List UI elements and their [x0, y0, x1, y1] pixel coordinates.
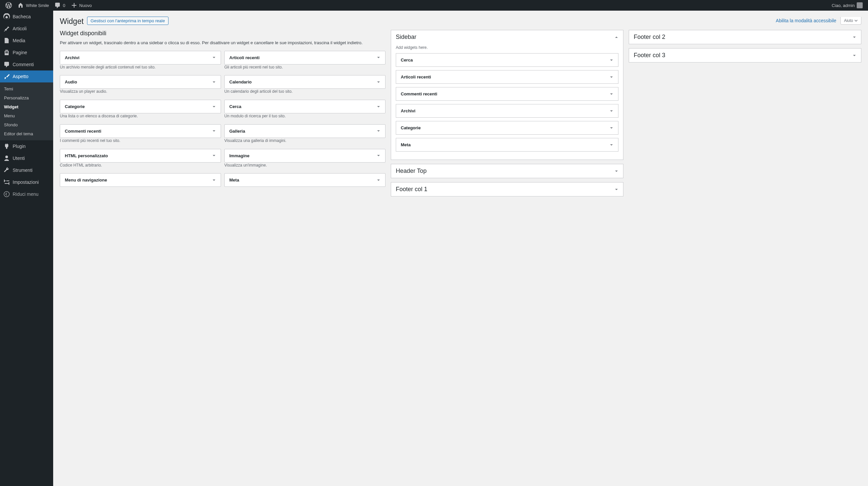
- available-widget[interactable]: Calendario: [224, 75, 385, 89]
- available-widget[interactable]: Audio: [60, 75, 221, 89]
- chevron-down-icon: [212, 129, 216, 133]
- chevron-down-icon: [610, 75, 614, 79]
- placed-widget[interactable]: Meta: [396, 138, 618, 152]
- submenu-customize[interactable]: Personalizza: [0, 93, 53, 102]
- submenu-appearance: Temi Personalizza Widget Menu Sfondo Edi…: [0, 83, 53, 140]
- widget-area: Footer col 3: [629, 48, 861, 62]
- site-name: White Smile: [26, 3, 49, 8]
- chevron-down-icon: [376, 80, 380, 84]
- sliders-icon: [3, 179, 10, 185]
- placed-widget[interactable]: Commenti recenti: [396, 87, 618, 101]
- placed-widget[interactable]: Categorie: [396, 121, 618, 134]
- available-widget[interactable]: Archivi: [60, 51, 221, 64]
- widget-desc: Visualizza un player audio.: [60, 89, 221, 94]
- available-widget[interactable]: Galleria: [224, 124, 385, 138]
- chevron-down-icon: [610, 58, 614, 62]
- comments-link[interactable]: 0: [52, 0, 68, 11]
- placed-widget[interactable]: Archivi: [396, 104, 618, 118]
- greeting-text: Ciao, admin: [832, 3, 855, 8]
- widget-desc: Un modulo di ricerca per il tuo sito.: [224, 113, 385, 119]
- widget-area: Header Top: [391, 164, 623, 178]
- available-widget[interactable]: Immagine: [224, 149, 385, 162]
- home-icon: [17, 2, 24, 9]
- wp-logo[interactable]: [3, 0, 14, 11]
- submenu-background[interactable]: Sfondo: [0, 120, 53, 129]
- user-greeting[interactable]: Ciao, admin: [829, 0, 865, 11]
- menu-collapse[interactable]: Riduci menu: [0, 188, 53, 200]
- menu-posts[interactable]: Articoli: [0, 23, 53, 35]
- submenu-themes[interactable]: Temi: [0, 85, 53, 93]
- widget-area-title: Header Top: [396, 168, 427, 175]
- menu-comments[interactable]: Commenti: [0, 59, 53, 70]
- available-widget[interactable]: Articoli recenti: [224, 51, 385, 64]
- widget-desc: Visualizza una galleria di immagini.: [224, 138, 385, 144]
- available-widget[interactable]: Commenti recenti: [60, 124, 221, 138]
- widget-name: Archivi: [65, 55, 80, 60]
- widget-name: Calendario: [229, 80, 252, 85]
- chevron-down-icon: [615, 169, 618, 173]
- widget-name: Cerca: [229, 104, 241, 109]
- submenu-editor[interactable]: Editor del tema: [0, 129, 53, 138]
- plus-icon: [71, 2, 78, 9]
- available-widget[interactable]: Categorie: [60, 100, 221, 113]
- placed-widget[interactable]: Articoli recenti: [396, 70, 618, 84]
- admin-bar: White Smile 0 Nuovo Ciao, admin: [0, 0, 868, 11]
- chevron-up-icon: [615, 35, 618, 39]
- wordpress-icon: [5, 2, 12, 9]
- available-desc: Per attivare un widget, trascinalo dentr…: [60, 39, 385, 46]
- help-tab[interactable]: Aiuto: [840, 17, 861, 25]
- brush-icon: [3, 73, 10, 80]
- widget-name: Meta: [229, 178, 239, 182]
- chevron-down-icon: [212, 80, 216, 84]
- submenu-menus[interactable]: Menu: [0, 111, 53, 120]
- chevron-down-icon: [610, 92, 614, 96]
- menu-media[interactable]: Media: [0, 35, 53, 47]
- widget-name: Categorie: [65, 104, 85, 109]
- widget-area-title: Footer col 1: [396, 186, 427, 193]
- widget-desc: Una lista o un elenco a discesa di categ…: [60, 113, 221, 119]
- available-widget[interactable]: Menu di navigazione: [60, 173, 221, 187]
- manage-preview-button[interactable]: Gestisci con l'anteprima in tempo reale: [87, 17, 169, 25]
- chevron-down-icon: [615, 187, 618, 191]
- new-link[interactable]: Nuovo: [68, 0, 95, 11]
- widget-area: Footer col 1: [391, 182, 623, 196]
- chevron-down-icon: [212, 105, 216, 109]
- menu-plugins[interactable]: Plugin: [0, 140, 53, 152]
- widget-area-header[interactable]: Footer col 2: [629, 30, 861, 44]
- site-link[interactable]: White Smile: [14, 0, 52, 11]
- widget-area-header[interactable]: Footer col 3: [629, 49, 861, 62]
- widget-name: HTML personalizzato: [65, 153, 108, 158]
- menu-tools[interactable]: Strumenti: [0, 164, 53, 176]
- menu-users[interactable]: Utenti: [0, 152, 53, 164]
- widget-name: Articoli recenti: [229, 55, 259, 60]
- submenu-widgets[interactable]: Widget: [0, 102, 53, 111]
- widget-name: Galleria: [229, 129, 245, 134]
- widget-area-header[interactable]: Sidebar: [391, 30, 623, 44]
- available-title: Widget disponibili: [60, 30, 385, 37]
- comment-icon: [3, 61, 10, 68]
- user-icon: [3, 155, 10, 161]
- media-icon: [3, 37, 10, 44]
- enable-accessibility-link[interactable]: Abilita la modalità accessibile: [776, 18, 836, 23]
- chevron-down-icon: [610, 109, 614, 113]
- available-widget[interactable]: Meta: [224, 173, 385, 187]
- menu-settings[interactable]: Impostazioni: [0, 176, 53, 188]
- collapse-icon: [3, 191, 10, 198]
- placed-widget-name: Meta: [401, 142, 411, 147]
- wrench-icon: [3, 167, 10, 174]
- menu-pages[interactable]: Pagine: [0, 47, 53, 59]
- placed-widget-name: Archivi: [401, 109, 415, 113]
- available-widget[interactable]: Cerca: [224, 100, 385, 113]
- placed-widget-name: Commenti recenti: [401, 91, 437, 96]
- placed-widget-name: Categorie: [401, 125, 421, 130]
- menu-appearance[interactable]: Aspetto: [0, 70, 53, 83]
- placed-widget[interactable]: Cerca: [396, 53, 618, 67]
- available-widget[interactable]: HTML personalizzato: [60, 149, 221, 162]
- widget-area-header[interactable]: Header Top: [391, 164, 623, 178]
- widget-area-header[interactable]: Footer col 1: [391, 182, 623, 196]
- menu-dashboard[interactable]: Bacheca: [0, 11, 53, 23]
- widget-area: Footer col 2: [629, 30, 861, 44]
- widget-name: Commenti recenti: [65, 129, 101, 134]
- comments-count: 0: [63, 3, 65, 8]
- content-area: Widget Gestisci con l'anteprima in tempo…: [53, 11, 868, 486]
